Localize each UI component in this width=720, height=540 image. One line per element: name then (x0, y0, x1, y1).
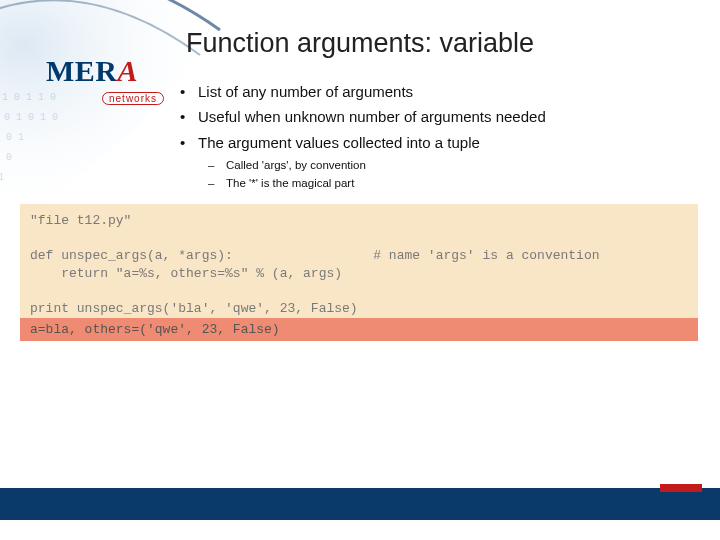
svg-text:1 0 1 0: 1 0 1 0 (0, 152, 12, 163)
bullet-list: List of any number of arguments Useful w… (180, 80, 680, 154)
svg-text:0 1 1: 0 1 1 (0, 172, 4, 183)
bullet-item: List of any number of arguments (180, 80, 680, 103)
svg-text:1 0 0 1 0 1 0: 1 0 0 1 0 1 0 (0, 112, 58, 123)
sub-bullet-list: Called 'args', by convention The '*' is … (208, 156, 680, 193)
logo-tail: A (118, 54, 139, 87)
content-area: List of any number of arguments Useful w… (180, 80, 680, 193)
footer-bar (0, 488, 720, 520)
bullet-item: Useful when unknown number of arguments … (180, 105, 680, 128)
logo-main: MER (46, 54, 118, 87)
sub-bullet-item: The '*' is the magical part (208, 174, 680, 192)
accent-bar (660, 484, 702, 492)
logo-sub: networks (102, 92, 164, 105)
logo-text: MERA (46, 54, 138, 87)
slide: 0 1 0 1 1 0 1 0 0 1 0 1 0 0 1 1 0 1 1 0 … (0, 0, 720, 540)
code-block: "file t12.py" def unspec_args(a, *args):… (20, 204, 698, 327)
bullet-item: The argument values collected into a tup… (180, 131, 680, 154)
sub-bullet-item: Called 'args', by convention (208, 156, 680, 174)
output-block: a=bla, others=('qwe', 23, False) (20, 318, 698, 341)
svg-text:0 1 1 0 1: 0 1 1 0 1 (0, 132, 24, 143)
logo: MERA networks (46, 54, 186, 106)
